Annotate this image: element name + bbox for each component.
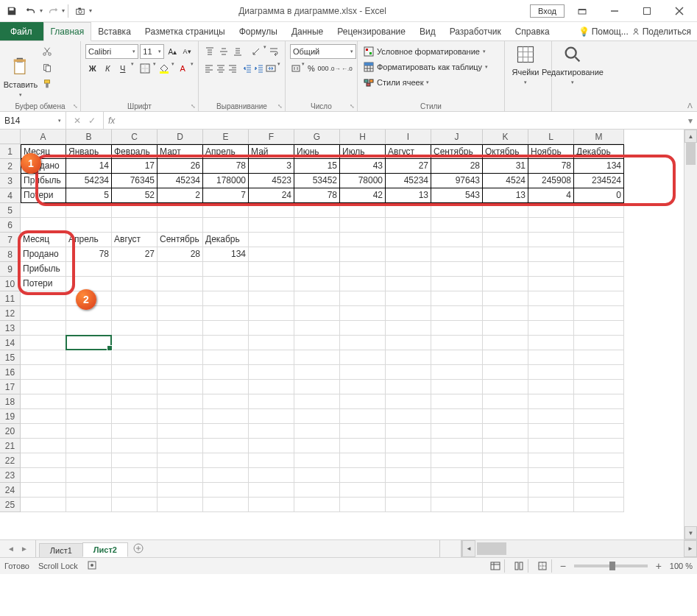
cell[interactable]: 53452	[294, 174, 340, 188]
format-as-table-button[interactable]: Форматировать как таблицу▾	[362, 60, 500, 74]
cell[interactable]	[340, 277, 386, 291]
editing-button[interactable]: Редактирование ▾	[556, 44, 589, 85]
cell[interactable]	[203, 380, 249, 394]
cell[interactable]	[66, 336, 112, 350]
row-header[interactable]: 14	[0, 336, 21, 350]
cell[interactable]	[340, 453, 386, 468]
share-button[interactable]: Поделиться	[631, 26, 691, 37]
cell[interactable]	[574, 321, 624, 336]
qat-customize-icon[interactable]: ▾	[89, 7, 92, 14]
row-header[interactable]: 1	[0, 144, 21, 159]
cell[interactable]	[528, 498, 574, 512]
cell[interactable]	[66, 262, 112, 277]
cell[interactable]: 245908	[528, 174, 574, 188]
cell[interactable]: 7	[203, 188, 249, 203]
cell[interactable]	[112, 498, 158, 512]
cell[interactable]	[249, 424, 294, 439]
cell[interactable]	[294, 453, 340, 468]
cell[interactable]	[483, 233, 528, 247]
cells-area[interactable]: МесяцЯнварьФевральМартАпрельМайИюньИюльА…	[21, 144, 684, 539]
font-color-button[interactable]: A	[175, 61, 190, 76]
cell[interactable]	[294, 350, 340, 365]
cell[interactable]	[574, 262, 624, 277]
font-name-input[interactable]: Calibri▾	[85, 44, 138, 59]
cell[interactable]	[386, 439, 431, 453]
clipboard-dialog-icon[interactable]: ⤡	[73, 103, 78, 110]
cell[interactable]	[66, 218, 112, 233]
cell[interactable]	[112, 336, 158, 350]
font-size-input[interactable]: 11▾	[140, 44, 164, 59]
column-header[interactable]: A	[21, 130, 66, 144]
cell[interactable]	[431, 453, 483, 468]
cell[interactable]	[574, 453, 624, 468]
cell[interactable]	[158, 394, 203, 409]
cell[interactable]	[203, 262, 249, 277]
cell[interactable]	[203, 218, 249, 233]
ribbon-display-icon[interactable]	[567, 1, 597, 21]
cell[interactable]	[66, 394, 112, 409]
cell[interactable]	[249, 483, 294, 498]
cell[interactable]	[249, 247, 294, 262]
cut-button[interactable]	[40, 44, 54, 59]
tab-data[interactable]: Данные	[285, 22, 330, 40]
enter-formula-icon[interactable]: ✓	[88, 116, 96, 126]
cell[interactable]	[203, 468, 249, 483]
cell[interactable]	[574, 468, 624, 483]
cell[interactable]	[158, 380, 203, 394]
cell[interactable]	[66, 277, 112, 291]
cell[interactable]: 97643	[431, 174, 483, 188]
cell[interactable]	[431, 350, 483, 365]
cell[interactable]	[294, 424, 340, 439]
cell[interactable]	[112, 453, 158, 468]
cell[interactable]	[158, 439, 203, 453]
align-center-icon[interactable]	[215, 61, 226, 76]
cell[interactable]	[66, 291, 112, 306]
sheet-tab-1[interactable]: Лист1	[39, 543, 83, 557]
cell[interactable]	[483, 483, 528, 498]
cell[interactable]	[574, 483, 624, 498]
cell[interactable]: Ноябрь	[528, 144, 574, 159]
number-dialog-icon[interactable]: ⤡	[350, 103, 355, 110]
cell[interactable]	[21, 203, 66, 218]
tab-insert[interactable]: Вставка	[91, 22, 138, 40]
cell[interactable]	[386, 291, 431, 306]
cell[interactable]	[21, 468, 66, 483]
cell[interactable]	[574, 277, 624, 291]
cell[interactable]	[431, 233, 483, 247]
format-painter-button[interactable]	[40, 77, 54, 91]
zoom-thumb[interactable]	[609, 562, 615, 570]
cell[interactable]	[574, 336, 624, 350]
cell[interactable]	[431, 365, 483, 380]
cell[interactable]	[294, 306, 340, 321]
cell[interactable]	[158, 424, 203, 439]
select-all-corner[interactable]	[0, 130, 21, 144]
cell[interactable]	[249, 321, 294, 336]
cell[interactable]	[112, 394, 158, 409]
tab-developer[interactable]: Разработчик	[443, 22, 509, 40]
row-header[interactable]: 17	[0, 380, 21, 394]
row-header[interactable]: 9	[0, 262, 21, 277]
cell[interactable]	[528, 380, 574, 394]
view-page-break-icon[interactable]	[534, 559, 552, 573]
accounting-format-icon[interactable]	[290, 61, 301, 76]
cell[interactable]: Декабрь	[574, 144, 624, 159]
cell[interactable]	[294, 233, 340, 247]
cell[interactable]	[483, 380, 528, 394]
cell[interactable]	[294, 218, 340, 233]
cell[interactable]	[340, 439, 386, 453]
cell[interactable]	[21, 453, 66, 468]
cell[interactable]	[386, 365, 431, 380]
cell[interactable]: 43	[340, 159, 386, 174]
cell[interactable]	[249, 365, 294, 380]
undo-dropdown-icon[interactable]: ▾	[40, 7, 43, 14]
cell[interactable]	[386, 321, 431, 336]
cell[interactable]	[249, 453, 294, 468]
cancel-formula-icon[interactable]: ✕	[74, 116, 81, 126]
cell[interactable]	[483, 247, 528, 262]
tab-review[interactable]: Рецензирование	[330, 22, 413, 40]
cell[interactable]	[249, 218, 294, 233]
scroll-left-icon[interactable]: ◄	[462, 540, 475, 557]
cell[interactable]	[340, 365, 386, 380]
cell[interactable]	[112, 291, 158, 306]
cell[interactable]	[66, 498, 112, 512]
